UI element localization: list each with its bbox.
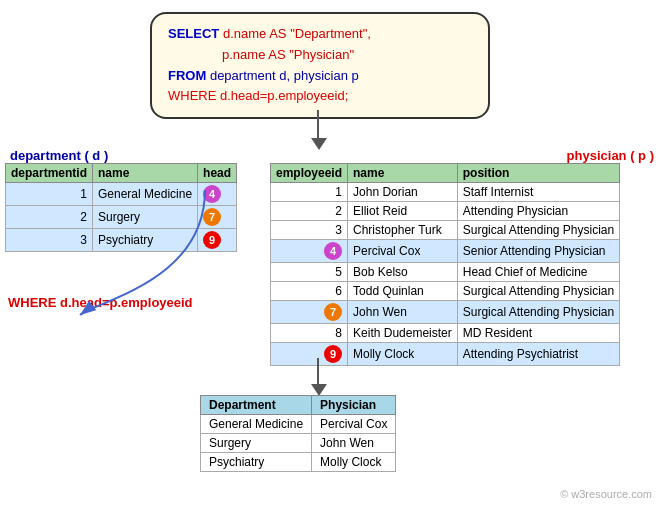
watermark: © w3resource.com	[560, 488, 652, 500]
phys-pos: Head Chief of Medicine	[457, 263, 619, 282]
sql-tables: department d, physician p	[210, 68, 359, 83]
phys-name: Molly Clock	[348, 343, 458, 366]
phys-id: 4	[271, 240, 348, 263]
phys-name: Keith Dudemeister	[348, 324, 458, 343]
table-row: 1 General Medicine 4	[6, 183, 237, 206]
phys-name: Elliot Reid	[348, 202, 458, 221]
phys-col-pos: position	[457, 164, 619, 183]
phys-pos: Surgical Attending Physician	[457, 282, 619, 301]
result-dept: Psychiatry	[201, 453, 312, 472]
phys-pos: MD Resident	[457, 324, 619, 343]
table-row: 3 Christopher Turk Surgical Attending Ph…	[271, 221, 620, 240]
dept-name: Psychiatry	[93, 229, 198, 252]
table-row: 2 Surgery 7	[6, 206, 237, 229]
phys-id: 3	[271, 221, 348, 240]
table-row: 9 Molly Clock Attending Psychiatrist	[271, 343, 620, 366]
dept-col-id: departmentid	[6, 164, 93, 183]
dept-id: 2	[6, 206, 93, 229]
badge-7-phys: 7	[324, 303, 342, 321]
table-row: 7 John Wen Surgical Attending Physician	[271, 301, 620, 324]
table-row: 3 Psychiatry 9	[6, 229, 237, 252]
phys-pos: Surgical Attending Physician	[457, 301, 619, 324]
dept-id: 3	[6, 229, 93, 252]
phys-name: John Dorian	[348, 183, 458, 202]
sql-col2: p.name AS "Physician"	[222, 47, 354, 62]
dept-label: department ( d )	[10, 148, 108, 163]
phys-pos: Attending Psychiatrist	[457, 343, 619, 366]
badge-9-phys: 9	[324, 345, 342, 363]
phys-id: 5	[271, 263, 348, 282]
dept-head: 7	[198, 206, 237, 229]
table-row: 4 Percival Cox Senior Attending Physicia…	[271, 240, 620, 263]
phys-label: physician ( p )	[567, 148, 654, 163]
dept-col-name: name	[93, 164, 198, 183]
table-row: General Medicine Percival Cox	[201, 415, 396, 434]
phys-id: 7	[271, 301, 348, 324]
sql-col1: d.name AS "Department",	[223, 26, 371, 41]
result-table: Department Physician General Medicine Pe…	[200, 395, 396, 472]
where-label: WHERE d.head=p.employeeid	[8, 295, 193, 310]
badge-4-phys: 4	[324, 242, 342, 260]
table-row: 5 Bob Kelso Head Chief of Medicine	[271, 263, 620, 282]
phys-pos: Senior Attending Physician	[457, 240, 619, 263]
table-row: 2 Elliot Reid Attending Physician	[271, 202, 620, 221]
table-row: Psychiatry Molly Clock	[201, 453, 396, 472]
sql-select: SELECT	[168, 26, 219, 41]
result-dept: General Medicine	[201, 415, 312, 434]
dept-id: 1	[6, 183, 93, 206]
phys-name: John Wen	[348, 301, 458, 324]
sql-box: SELECT d.name AS "Department", p.name AS…	[150, 12, 490, 119]
phys-pos: Staff Internist	[457, 183, 619, 202]
dept-name: General Medicine	[93, 183, 198, 206]
phys-pos: Attending Physician	[457, 202, 619, 221]
phys-id: 8	[271, 324, 348, 343]
department-table: departmentid name head 1 General Medicin…	[5, 163, 237, 252]
sql-from: FROM	[168, 68, 206, 83]
result-col-phys: Physician	[312, 396, 396, 415]
table-row: 8 Keith Dudemeister MD Resident	[271, 324, 620, 343]
phys-id: 1	[271, 183, 348, 202]
badge-4-dept: 4	[203, 185, 221, 203]
phys-id: 9	[271, 343, 348, 366]
phys-col-id: employeeid	[271, 164, 348, 183]
result-phys: John Wen	[312, 434, 396, 453]
dept-col-head: head	[198, 164, 237, 183]
physician-table: employeeid name position 1 John Dorian S…	[270, 163, 620, 366]
phys-id: 6	[271, 282, 348, 301]
phys-name: Percival Cox	[348, 240, 458, 263]
dept-name: Surgery	[93, 206, 198, 229]
phys-col-name: name	[348, 164, 458, 183]
phys-name: Todd Quinlan	[348, 282, 458, 301]
phys-pos: Surgical Attending Physician	[457, 221, 619, 240]
result-col-dept: Department	[201, 396, 312, 415]
dept-head: 4	[198, 183, 237, 206]
result-dept: Surgery	[201, 434, 312, 453]
table-row: Surgery John Wen	[201, 434, 396, 453]
table-row: 6 Todd Quinlan Surgical Attending Physic…	[271, 282, 620, 301]
dept-head: 9	[198, 229, 237, 252]
badge-7-dept: 7	[203, 208, 221, 226]
badge-9-dept: 9	[203, 231, 221, 249]
table-row: 1 John Dorian Staff Internist	[271, 183, 620, 202]
phys-name: Bob Kelso	[348, 263, 458, 282]
phys-id: 2	[271, 202, 348, 221]
sql-where: WHERE d.head=p.employeeid;	[168, 88, 348, 103]
result-phys: Percival Cox	[312, 415, 396, 434]
phys-name: Christopher Turk	[348, 221, 458, 240]
result-phys: Molly Clock	[312, 453, 396, 472]
